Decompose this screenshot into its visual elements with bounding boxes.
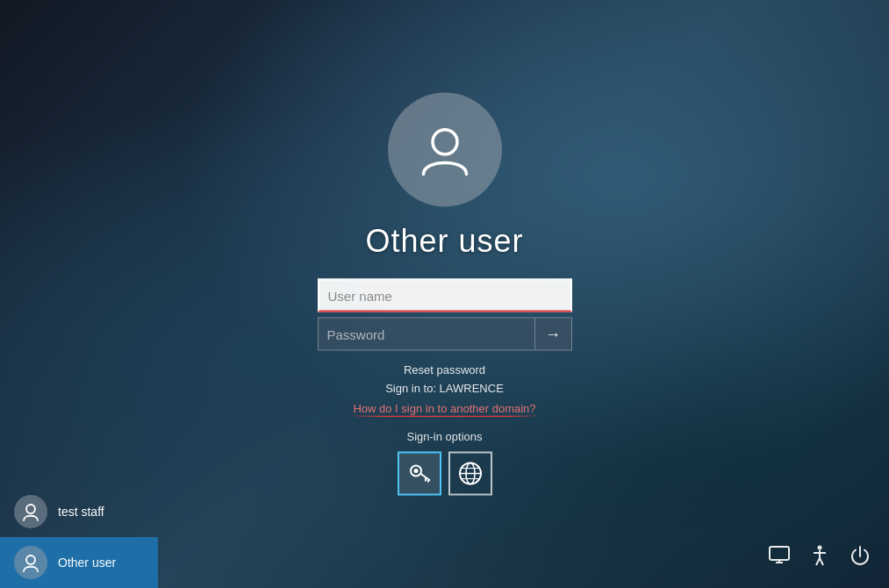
svg-point-11 [26,505,35,513]
svg-rect-13 [770,547,789,560]
user-avatar-test-staff [14,495,47,528]
reset-password-link[interactable]: Reset password [404,363,485,376]
password-row: → [318,318,572,351]
accessibility-icon[interactable] [808,544,831,572]
page-title: Other user [365,223,523,260]
svg-point-16 [818,546,822,550]
svg-line-20 [820,558,823,565]
user-list: test staff Other user [0,486,158,588]
system-icons [768,544,871,572]
user-item-test-staff[interactable]: test staff [0,486,158,537]
user-avatar-other-user [14,546,47,579]
sign-in-options-label: Sign-in options [407,430,483,443]
key-option-button[interactable] [398,452,441,496]
user-icon-test-staff [21,502,40,521]
svg-line-19 [816,558,820,565]
display-icon[interactable] [768,544,791,572]
username-input[interactable] [318,279,572,312]
sign-in-options-row [398,452,492,496]
power-icon[interactable] [849,544,871,572]
key-icon [407,462,432,486]
sign-in-to-label: Sign in to: LAWRENCE [385,382,504,395]
globe-option-button[interactable] [448,452,492,496]
display-svg [768,544,791,567]
user-name-test-staff: test staff [58,505,104,519]
power-svg [849,544,871,567]
svg-point-5 [413,469,418,473]
avatar-icon [414,119,476,181]
avatar [388,93,502,207]
globe-icon [457,461,484,487]
domain-link[interactable]: How do I sign in to another domain? [353,402,535,415]
login-panel: Other user → Reset password Sign in to: … [318,93,572,496]
submit-button[interactable]: → [535,318,572,351]
user-name-other-user: Other user [58,556,116,570]
svg-point-12 [26,556,35,564]
user-item-other-user[interactable]: Other user [0,537,158,588]
svg-point-0 [433,130,457,154]
accessibility-svg [808,544,831,567]
arrow-icon: → [545,325,561,343]
user-icon-other-user [21,553,40,572]
password-input[interactable] [318,318,535,351]
